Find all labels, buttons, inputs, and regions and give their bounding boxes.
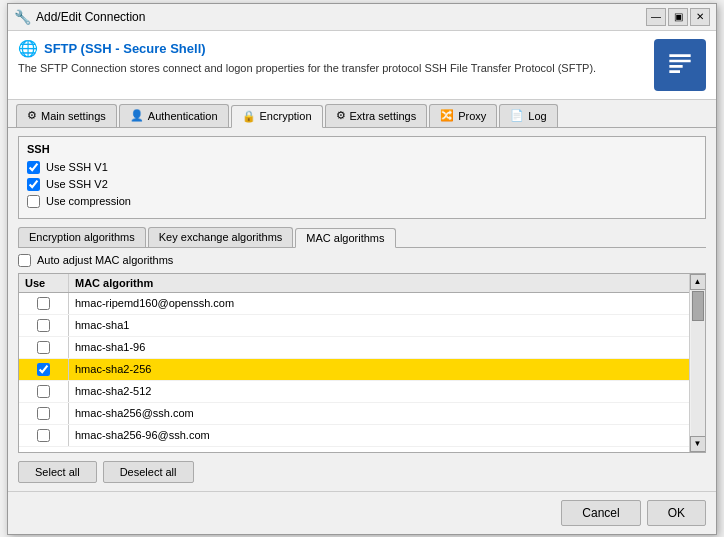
lock-icon: 🔒 [242,110,256,123]
table-row[interactable]: hmac-sha256@ssh.com [19,403,689,425]
row-4-checkbox[interactable] [37,385,50,398]
ssh-section: SSH Use SSH V1 Use SSH V2 Use compressio… [18,136,706,219]
window-title: Add/Edit Connection [36,10,145,24]
log-icon: 📄 [510,109,524,122]
col-name-0: hmac-ripemd160@openssh.com [69,293,689,314]
col-header-use: Use [19,274,69,292]
table-row[interactable]: hmac-sha256-96@ssh.com [19,425,689,447]
content-area: SSH Use SSH V1 Use SSH V2 Use compressio… [8,128,716,491]
close-button[interactable]: ✕ [690,8,710,26]
header-title-text: SFTP (SSH - Secure Shell) [44,41,206,56]
row-3-checkbox[interactable] [37,363,50,376]
main-window: 🔧 Add/Edit Connection — ▣ ✕ 🌐 SFTP (SSH … [7,3,717,535]
window-controls: — ▣ ✕ [646,8,710,26]
ssh-section-label: SSH [27,143,697,155]
title-bar: 🔧 Add/Edit Connection — ▣ ✕ [8,4,716,31]
col-use-4 [19,381,69,402]
tab-proxy-label: Proxy [458,110,486,122]
use-compression-label: Use compression [46,195,131,207]
scroll-down-button[interactable]: ▼ [690,436,706,452]
table-header: Use MAC algorithm [19,274,689,293]
tab-extra-settings[interactable]: ⚙ Extra settings [325,104,428,127]
tab-main-settings[interactable]: ⚙ Main settings [16,104,117,127]
col-use-2 [19,337,69,358]
tab-proxy[interactable]: 🔀 Proxy [429,104,497,127]
table-row[interactable]: hmac-sha2-256 [19,359,689,381]
header-text: 🌐 SFTP (SSH - Secure Shell) The SFTP Con… [18,39,644,74]
tab-encryption[interactable]: 🔒 Encryption [231,105,323,128]
ok-button[interactable]: OK [647,500,706,526]
select-all-button[interactable]: Select all [18,461,97,483]
header-title: 🌐 SFTP (SSH - Secure Shell) [18,39,644,58]
sub-tab-mac-algorithms[interactable]: MAC algorithms [295,228,395,248]
maximize-button[interactable]: ▣ [668,8,688,26]
col-name-3: hmac-sha2-256 [69,359,689,380]
table-row[interactable]: hmac-sha1 [19,315,689,337]
sub-tab-encryption-alg-label: Encryption algorithms [29,231,135,243]
tab-main-settings-label: Main settings [41,110,106,122]
col-use-5 [19,403,69,424]
use-ssh-v1-label: Use SSH V1 [46,161,108,173]
sub-tabs-row: Encryption algorithms Key exchange algor… [18,227,706,248]
col-name-4: hmac-sha2-512 [69,381,689,402]
tab-extra-settings-label: Extra settings [350,110,417,122]
tab-encryption-label: Encryption [260,110,312,122]
tab-authentication-label: Authentication [148,110,218,122]
table-row[interactable]: hmac-sha2-512 [19,381,689,403]
col-name-6: hmac-sha256-96@ssh.com [69,425,689,446]
sub-tab-mac-algorithms-label: MAC algorithms [306,232,384,244]
use-compression-checkbox[interactable] [27,195,40,208]
table-row[interactable]: hmac-ripemd160@openssh.com [19,293,689,315]
header-description: The SFTP Connection stores connect and l… [18,62,644,74]
use-ssh-v2-checkbox[interactable] [27,178,40,191]
col-use-1 [19,315,69,336]
gear-icon: ⚙ [27,109,37,122]
auto-adjust-row: Auto adjust MAC algorithms [18,254,706,267]
use-compression-row: Use compression [27,195,697,208]
col-use-6 [19,425,69,446]
tab-log[interactable]: 📄 Log [499,104,557,127]
settings-icon: ⚙ [336,109,346,122]
scroll-track[interactable] [691,290,705,436]
minimize-button[interactable]: — [646,8,666,26]
sub-tab-encryption-alg[interactable]: Encryption algorithms [18,227,146,247]
row-1-checkbox[interactable] [37,319,50,332]
bottom-buttons: Select all Deselect all [18,461,706,483]
auto-adjust-checkbox[interactable] [18,254,31,267]
mac-algorithms-table: Use MAC algorithm hmac-ripemd160@openssh… [18,273,706,453]
sub-tab-key-exchange-alg-label: Key exchange algorithms [159,231,283,243]
header-area: 🌐 SFTP (SSH - Secure Shell) The SFTP Con… [8,31,716,100]
use-ssh-v1-row: Use SSH V1 [27,161,697,174]
scrollbar[interactable]: ▲ ▼ [689,274,705,452]
tab-authentication[interactable]: 👤 Authentication [119,104,229,127]
tabs-row: ⚙ Main settings 👤 Authentication 🔒 Encry… [8,100,716,128]
header-icon-box [654,39,706,91]
deselect-all-button[interactable]: Deselect all [103,461,194,483]
row-5-checkbox[interactable] [37,407,50,420]
row-6-checkbox[interactable] [37,429,50,442]
col-name-2: hmac-sha1-96 [69,337,689,358]
col-use-3 [19,359,69,380]
tab-log-label: Log [528,110,546,122]
sftp-icon: 🌐 [18,39,38,58]
row-2-checkbox[interactable] [37,341,50,354]
auto-adjust-label: Auto adjust MAC algorithms [37,254,173,266]
col-use-0 [19,293,69,314]
scroll-up-button[interactable]: ▲ [690,274,706,290]
col-header-name: MAC algorithm [69,274,689,292]
use-ssh-v1-checkbox[interactable] [27,161,40,174]
scroll-thumb[interactable] [692,291,704,321]
sub-tab-key-exchange-alg[interactable]: Key exchange algorithms [148,227,294,247]
use-ssh-v2-row: Use SSH V2 [27,178,697,191]
title-bar-left: 🔧 Add/Edit Connection [14,9,145,25]
use-ssh-v2-label: Use SSH V2 [46,178,108,190]
table-inner: Use MAC algorithm hmac-ripemd160@openssh… [19,274,689,452]
footer-area: Cancel OK [8,491,716,534]
person-icon: 👤 [130,109,144,122]
table-row[interactable]: hmac-sha1-96 [19,337,689,359]
col-name-5: hmac-sha256@ssh.com [69,403,689,424]
app-icon: 🔧 [14,9,30,25]
document-lines-icon [664,49,696,81]
row-0-checkbox[interactable] [37,297,50,310]
cancel-button[interactable]: Cancel [561,500,640,526]
